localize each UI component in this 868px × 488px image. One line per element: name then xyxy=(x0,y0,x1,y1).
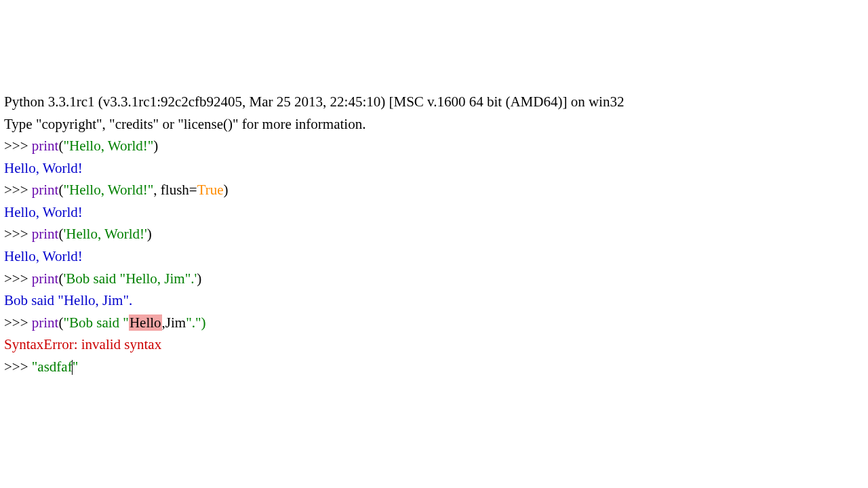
prompt: >>> xyxy=(4,270,32,287)
error-message: SyntaxError: invalid syntax xyxy=(4,336,161,352)
bool-literal: True xyxy=(197,182,224,198)
string-literal: 'Hello, World!' xyxy=(63,226,146,242)
stdout: Hello, World! xyxy=(4,204,83,220)
prompt: >>> xyxy=(4,226,32,242)
string-literal: "asdfaf xyxy=(32,359,73,375)
stdout: Bob said "Hello, Jim". xyxy=(4,292,132,308)
prompt: >>> xyxy=(4,138,32,154)
func-name: print xyxy=(32,226,59,242)
string-literal: 'Bob said "Hello, Jim".' xyxy=(63,270,197,287)
syntax-highlight: Hello xyxy=(129,314,162,331)
python-banner-line2: Type "copyright", "credits" or "license(… xyxy=(4,116,366,132)
repl-line-1: >>> print("Hello, World!") xyxy=(4,138,158,154)
repl-current-line[interactable]: >>> "asdfaf" xyxy=(4,359,78,375)
prompt: >>> xyxy=(4,359,32,375)
string-literal: "Hello, World!" xyxy=(63,182,153,198)
func-name: print xyxy=(32,138,59,154)
stdout: Hello, World! xyxy=(4,248,83,264)
prompt: >>> xyxy=(4,182,32,198)
func-name: print xyxy=(32,182,59,198)
kwarg-name: flush= xyxy=(161,182,197,198)
repl-line-4: >>> print('Bob said "Hello, Jim".') xyxy=(4,270,201,287)
string-literal: "Hello, World!" xyxy=(63,138,153,154)
repl-line-3: >>> print('Hello, World!') xyxy=(4,226,152,242)
stdout: Hello, World! xyxy=(4,160,83,176)
func-name: print xyxy=(32,314,59,331)
python-banner-line1: Python 3.3.1rc1 (v3.3.1rc1:92c2cfb92405,… xyxy=(4,94,624,110)
func-name: print xyxy=(32,270,59,287)
repl-line-2: >>> print("Hello, World!", flush=True) xyxy=(4,182,229,198)
repl-line-5: >>> print("Bob said "Hello,Jim".") xyxy=(4,314,206,331)
prompt: >>> xyxy=(4,314,32,331)
string-literal: "Bob said " xyxy=(63,314,128,331)
